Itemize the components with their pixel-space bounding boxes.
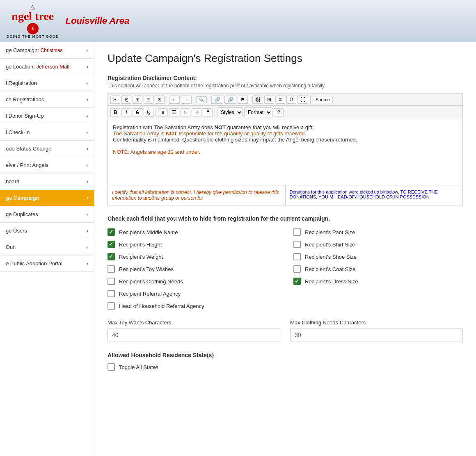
image-button[interactable]: 🖼 [252, 96, 263, 104]
checkbox-toy-wishes[interactable] [108, 265, 115, 273]
sidebar-item-change-location[interactable]: ge Location: Jefferson Mall › [0, 59, 94, 75]
sidebar-item-status-change[interactable]: ode Status Change › [0, 141, 94, 157]
sidebar-item-dashboard[interactable]: board › [0, 173, 94, 190]
copy-button[interactable]: ⎘ [121, 96, 131, 104]
checkbox-item-toy-wishes[interactable]: Recipient's Toy Wishes [108, 265, 277, 273]
redo-button[interactable]: → [181, 96, 192, 104]
checkbox-coat-size[interactable] [293, 265, 301, 273]
sidebar-item-label: ge Duplicates [6, 211, 87, 217]
sidebar-item-public-portal[interactable]: o Public Adoption Portal › [0, 255, 94, 272]
toggle-states-item[interactable]: Toggle All States [108, 363, 463, 371]
checkbox-item-shirt-size[interactable]: Recipient's Shirt Size [293, 241, 463, 248]
chevron-icon: › [87, 228, 88, 234]
sidebar-item-donor-signup[interactable]: l Donor Sign-Up › [0, 108, 94, 124]
undo-button[interactable]: ← [169, 96, 180, 104]
checkbox-pant-size[interactable] [293, 228, 301, 236]
toggle-all-states-checkbox[interactable] [108, 363, 115, 371]
strike-button[interactable]: S [133, 108, 142, 116]
checkbox-item-height[interactable]: Recipient's Height [108, 241, 277, 248]
checkbox-shoe-size[interactable] [293, 253, 301, 260]
help-button[interactable]: ? [274, 108, 284, 116]
sidebar-item-label: ge Campaign: Christmas [6, 47, 87, 53]
sidebar-item-checkin[interactable]: l Check-In › [0, 124, 94, 141]
link-button[interactable]: 🔗 [211, 96, 223, 104]
maximize-button[interactable]: ⛶ [298, 96, 308, 104]
checkbox-item-hoh-referral[interactable]: Head of Household Referral Agency [108, 302, 277, 310]
checkbox-item-dress-size[interactable]: Recipient's Dress Size [293, 278, 463, 285]
sidebar-item-sign-out[interactable]: Out: › [0, 239, 94, 255]
checkbox-hoh-referral[interactable] [108, 302, 115, 310]
clear-format-button[interactable]: Ix [144, 108, 153, 117]
header: △ ngel tree S DOING THE MOST GOOD Louisv… [0, 0, 476, 42]
find-button[interactable]: 🔍 [196, 96, 207, 103]
sidebar-item-manage-duplicates[interactable]: ge Duplicates › [0, 206, 94, 223]
sidebar-item-label: ode Status Change [6, 146, 87, 152]
allowed-states-section: Allowed Household Residence State(s) Tog… [108, 352, 463, 371]
blockquote-button[interactable]: ❝ [203, 108, 213, 116]
anchor-button[interactable]: ⚑ [238, 96, 248, 104]
checkbox-item-coat-size[interactable]: Recipient's Coat Size [293, 265, 463, 273]
chevron-icon: › [87, 244, 88, 250]
main-layout: ge Campaign: Christmas › ge Location: Je… [0, 42, 476, 456]
logo-doing: DOING THE MOST GOOD [7, 34, 59, 39]
sidebar-item-family-registration[interactable]: l Registration › [0, 75, 94, 91]
format-select[interactable]: Format [244, 107, 272, 117]
checkbox-dress-size[interactable] [293, 278, 301, 285]
allowed-states-title: Allowed Household Residence State(s) [108, 352, 463, 358]
checkbox-shirt-size[interactable] [293, 241, 301, 248]
checkbox-item-clothing-needs[interactable]: Recipient's Clothing Needs [108, 278, 277, 285]
chevron-icon: › [87, 261, 88, 267]
sidebar-item-search-registrations[interactable]: ch Registrations › [0, 91, 94, 108]
source-button[interactable]: Source [313, 96, 333, 103]
align-button[interactable]: ≡ [275, 96, 285, 104]
toolbar-separator [310, 96, 311, 104]
checkbox-height[interactable] [108, 241, 115, 248]
ordered-list-button[interactable]: ≡ [158, 108, 168, 116]
paste-text-button[interactable]: ⊟ [144, 96, 153, 104]
outdent-button[interactable]: ⇐ [181, 108, 190, 116]
unlink-button[interactable]: 🔗̶ [224, 96, 236, 104]
paste-word-button[interactable]: ⊠ [155, 96, 165, 104]
indent-button[interactable]: ⇒ [192, 108, 201, 116]
cut-button[interactable]: ✂ [110, 96, 120, 104]
max-toy-input[interactable] [108, 328, 280, 342]
sidebar-item-change-campaign[interactable]: ge Campaign: Christmas › [0, 42, 94, 59]
checkbox-col-right: Recipient's Pant Size Recipient's Shirt … [293, 228, 463, 310]
rich-text-editor[interactable]: ✂ ⎘ ⊞ ⊟ ⊠ ← → 🔍 🔗 🔗̶ ⚑ 🖼 ⊞ ≡ Ω ⛶ [108, 93, 463, 205]
sidebar-item-label: ge Location: Jefferson Mall [6, 64, 87, 70]
sidebar-item-label: board [6, 178, 87, 185]
checkbox-weight[interactable] [108, 253, 115, 260]
main-content: Update Campaign's Registration Settings … [94, 42, 476, 456]
table-button[interactable]: ⊞ [264, 96, 274, 104]
sidebar-item-label: l Registration [6, 80, 87, 86]
sidebar-item-manage-users[interactable]: ge Users › [0, 223, 94, 239]
editor-body[interactable]: Registration with The Salvation Army doe… [108, 119, 462, 185]
sidebar-item-manage-campaign[interactable]: ge Campaign › [0, 190, 94, 206]
sidebar-item-label: ge Campaign [6, 195, 87, 201]
italic-button[interactable]: I [121, 108, 131, 116]
special-char-button[interactable]: Ω [286, 96, 296, 104]
checkbox-label-toy-wishes: Recipient's Toy Wishes [119, 266, 174, 272]
chevron-icon: › [87, 48, 88, 53]
checkbox-clothing-needs[interactable] [108, 278, 115, 285]
checkbox-grid: Recipient's Middle Name Recipient's Heig… [108, 228, 463, 310]
checkbox-item-referral-agency[interactable]: Recipient Referral Agency [108, 290, 277, 297]
sidebar-item-print-angels[interactable]: eive / Print Angels › [0, 157, 94, 173]
page-title: Update Campaign's Registration Settings [108, 52, 463, 65]
unordered-list-button[interactable]: ☰ [169, 108, 179, 116]
toggle-all-states-label: Toggle All States [119, 364, 158, 370]
checkbox-item-pant-size[interactable]: Recipient's Pant Size [293, 228, 463, 236]
bold-button[interactable]: B [110, 108, 120, 116]
chevron-icon: › [87, 195, 88, 201]
checkbox-middle-name[interactable] [108, 228, 115, 236]
toolbar-separator [194, 96, 194, 104]
max-clothing-input[interactable] [290, 328, 463, 342]
chevron-icon: › [87, 162, 88, 168]
styles-select[interactable]: Styles [217, 107, 243, 117]
checkbox-item-weight[interactable]: Recipient's Weight [108, 253, 277, 260]
paste-button[interactable]: ⊞ [133, 96, 142, 104]
editor-line-5: NOTE: Angels are age 12 and under. [113, 149, 458, 155]
checkbox-referral-agency[interactable] [108, 290, 115, 297]
checkbox-item-shoe-size[interactable]: Recipient's Shoe Size [293, 253, 463, 260]
checkbox-item-middle-name[interactable]: Recipient's Middle Name [108, 228, 277, 236]
